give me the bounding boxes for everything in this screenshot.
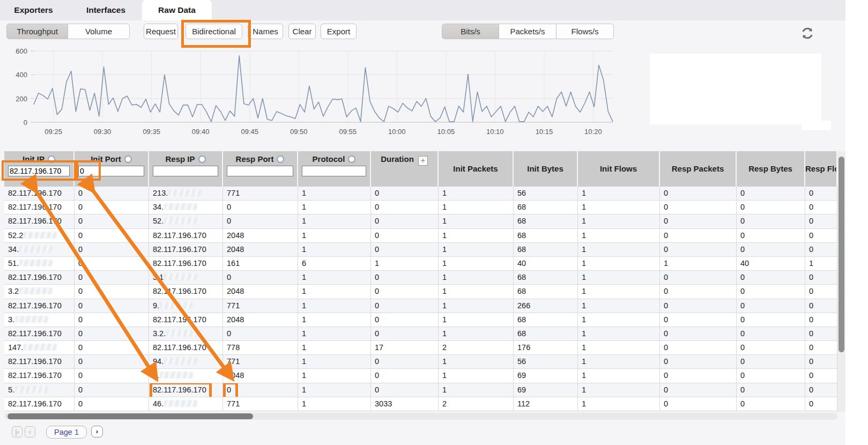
bidirectional-button[interactable]: Bidirectional [186,24,242,39]
table-cell: 0 [737,201,805,214]
redacted-ip-smudge [19,246,53,253]
table-cell: 771 [223,187,298,201]
filter-input-resp-ip[interactable] [153,166,218,176]
table-row[interactable]: 147.082.117.196.17077811721761000 [4,341,837,355]
tab-raw-data[interactable]: Raw Data [142,0,212,20]
table-cell: 0 [737,187,805,201]
table-cell: 0 [371,229,439,243]
table-row[interactable]: 52.2082.117.196.1702048101681000 [4,229,837,243]
sort-circle-icon[interactable] [48,155,55,163]
sort-circle-icon[interactable] [348,155,355,163]
table-row[interactable]: 82.117.196.1700213.771101561000 [4,187,837,201]
table-cell: 1 [578,285,660,299]
x-axis-tick: 10:05 [437,128,455,136]
packets-per-s-button[interactable]: Packets/s [499,24,557,39]
table-row[interactable]: 34.082.117.196.1702048101681000 [4,243,837,257]
masked-ip-prefix: 147. [8,343,23,352]
masked-ip-prefix: 46. [153,399,164,408]
duration-expand-icon[interactable]: + [418,156,428,166]
table-cell: 0 [737,355,805,369]
table-cell: 0 [75,327,149,341]
table-cell: 82.117.196.170 [4,271,75,285]
tab-exporters[interactable]: Exporters [5,0,62,20]
table-cell: 0 [371,201,439,214]
table-row[interactable]: 82.117.196.17003.10101681000 [4,271,837,285]
masked-ip-prefix: 3.1 [153,273,164,281]
flows-per-s-button[interactable]: Flows/s [557,24,614,39]
table-cell: 1 [805,257,837,271]
redacted-ip-smudge [166,330,199,337]
tab-interfaces[interactable]: Interfaces [75,0,137,20]
annotation-box-cell [223,383,238,397]
table-cell: 0 [660,271,737,285]
column-header-protocol[interactable]: Protocol [298,151,371,187]
horizontal-scrollbar-thumb[interactable] [8,413,253,419]
column-label: Resp Flows [805,164,837,173]
x-axis-tick: 10:00 [388,128,406,136]
table-cell: 82.117.196.170 [4,327,75,341]
table-cell: 0 [805,341,837,355]
first-page-button[interactable]: |‹ [12,426,23,437]
filter-input-protocol[interactable] [302,166,366,176]
table-row[interactable]: 3.2082.117.196.1702048101681000 [4,285,837,299]
table-cell: 1 [439,229,514,243]
table-cell: 0 [660,229,737,243]
table-row[interactable]: 82.117.196.17005.2048101691000 [4,369,837,383]
request-button[interactable]: Request [144,24,178,39]
throughput-button[interactable]: Throughput [6,24,68,39]
table-row[interactable]: 82.117.196.170094.771101561000 [4,355,837,369]
table-cell: 3.2. [149,327,223,341]
sort-circle-icon[interactable] [124,155,132,163]
table-row[interactable]: 82.117.196.170034.0101681000 [4,201,837,214]
table-row[interactable]: 82.117.196.170052.0101681000 [4,214,837,228]
masked-ip-prefix: 51. [8,259,19,268]
table-cell: 52. [149,214,223,228]
table-cell: 0 [805,214,837,228]
table-cell: 0 [371,383,439,397]
column-label: Resp Packets [672,164,724,173]
bits-per-s-button[interactable]: Bits/s [442,24,499,39]
clear-button[interactable]: Clear [288,24,316,39]
column-header-resp-port[interactable]: Resp Port [223,151,298,187]
table-cell: 82.117.196.170 [149,243,223,257]
column-header-resp-ip[interactable]: Resp IP [149,151,223,187]
table-cell: 1 [298,229,371,243]
refresh-icon[interactable] [800,26,815,41]
column-header-init-port[interactable]: Init Port [75,151,149,187]
table-row[interactable]: 82.117.196.170046.7711303321121000 [4,397,837,411]
vertical-scrollbar-thumb[interactable] [839,157,844,352]
table-cell: 0 [371,313,439,327]
table-row[interactable]: 82.117.196.17003.2.0101681000 [4,327,837,341]
table-cell: 68 [514,214,578,228]
column-header-init-bytes: Init Bytes [514,151,578,187]
filter-input-init-ip[interactable] [8,166,70,176]
table-cell: 82.117.196.170 [4,201,75,214]
table-cell: 0 [660,397,737,411]
flow-table: Init IPInit PortResp IPResp PortProtocol… [4,151,837,411]
filter-input-resp-port[interactable] [227,166,293,176]
export-button[interactable]: Export [321,24,357,39]
names-button[interactable]: Names [248,24,283,39]
table-cell: 0 [371,243,439,257]
table-cell: 69 [514,369,578,383]
masked-ip-prefix: 5. [8,385,14,394]
table-cell: 82.117.196.170 [149,383,223,397]
volume-button[interactable]: Volume [68,24,130,39]
column-header-init-ip[interactable]: Init IP [4,151,75,187]
sort-circle-icon[interactable] [198,155,206,163]
sort-circle-icon[interactable] [277,155,284,163]
table-row[interactable]: 5.082.117.196.1700101691000 [4,383,837,397]
previous-page-button[interactable]: ‹ [25,426,35,437]
table-cell: 0 [660,214,737,228]
table-cell: 0 [660,187,737,201]
page-indicator-button[interactable]: Page 1 [46,426,87,439]
table-cell: 82.117.196.170 [149,341,223,355]
x-axis-tick: 09:35 [143,128,160,136]
table-row[interactable]: 3.082.117.196.1702048101681000 [4,313,837,327]
table-cell: 0 [371,327,439,341]
filter-input-init-port[interactable] [78,166,144,176]
table-row[interactable]: 82.117.196.17009.7711012661000 [4,299,837,313]
next-page-button[interactable]: › [91,426,103,437]
table-row[interactable]: 51.082.117.196.1701616114011401 [4,257,837,271]
table-cell: 0 [805,201,837,214]
